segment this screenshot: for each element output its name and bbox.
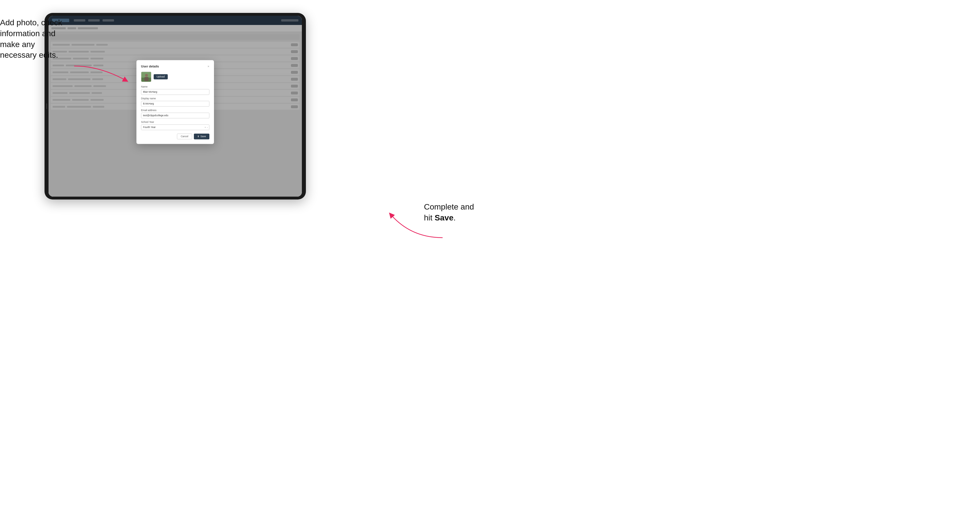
display-name-label: Display name [141, 97, 209, 100]
modal-title: User details [141, 65, 159, 68]
cancel-button[interactable]: Cancel [177, 133, 192, 139]
email-label: Email address [141, 109, 209, 112]
photo-section: Upload [141, 71, 209, 82]
school-year-field-group: School Year × ⌄ [141, 121, 209, 130]
modal-close-button[interactable]: × [208, 65, 209, 68]
user-photo-thumbnail [141, 71, 151, 82]
clear-school-year-icon[interactable]: × [205, 126, 206, 128]
tablet-screen: User details × Upload [49, 16, 302, 197]
right-annotation: Complete and hit Save. [424, 202, 487, 223]
svg-rect-3 [145, 77, 148, 81]
modal-header: User details × [141, 65, 209, 68]
upload-photo-button[interactable]: Upload [154, 74, 168, 79]
user-details-modal: User details × Upload [137, 60, 214, 144]
school-year-wrapper: × ⌄ [141, 124, 209, 130]
name-field-group: Name [141, 85, 209, 95]
save-label: Save [200, 135, 206, 138]
school-year-label: School Year [141, 121, 209, 124]
chevron-down-icon: ⌄ [207, 126, 208, 128]
select-icons: × ⌄ [205, 126, 208, 128]
modal-footer: Cancel ⬆ Save [141, 133, 209, 139]
save-button[interactable]: ⬆ Save [194, 133, 209, 139]
display-name-field-group: Display name [141, 97, 209, 106]
app-background: User details × Upload [49, 16, 302, 197]
school-year-input[interactable] [141, 124, 209, 130]
left-annotation: Add photo, check information and make an… [0, 17, 69, 60]
tablet-device: User details × Upload [45, 13, 306, 200]
email-field-group: Email address [141, 109, 209, 118]
svg-point-2 [145, 74, 148, 77]
name-label: Name [141, 85, 209, 88]
email-input[interactable] [141, 113, 209, 118]
name-input[interactable] [141, 89, 209, 95]
side-button [46, 103, 47, 109]
save-icon: ⬆ [197, 135, 199, 138]
display-name-input[interactable] [141, 101, 209, 106]
